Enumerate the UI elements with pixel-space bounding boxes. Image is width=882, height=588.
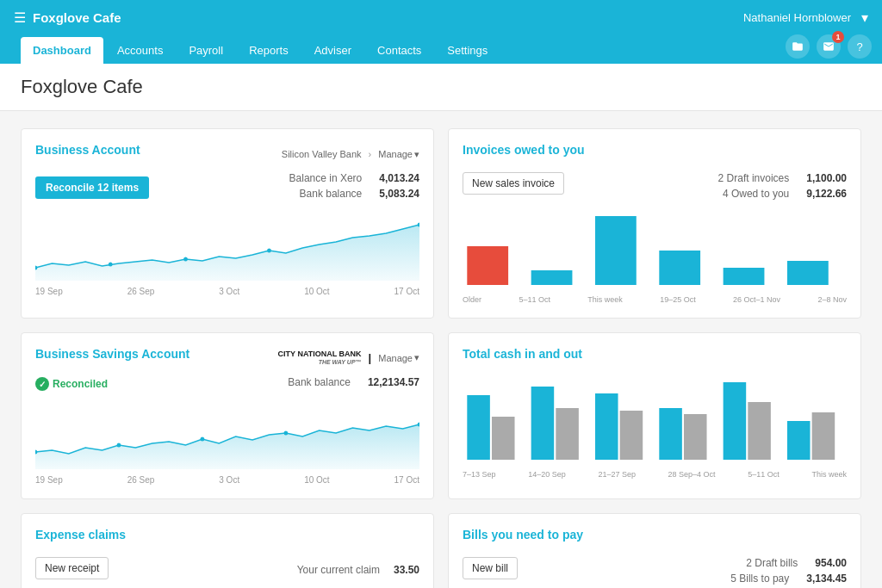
invoices-chart: Older 5–11 Oct This week 19–25 Oct 26 Oc… (463, 212, 847, 304)
cash-label-1: 7–13 Sep (463, 470, 496, 479)
business-account-line-chart (35, 212, 419, 281)
svg-rect-22 (659, 408, 682, 460)
svg-point-12 (117, 443, 121, 448)
chart-label-3: 3 Oct (219, 287, 239, 296)
expense-claims-card: Expense claims New receipt Your current … (21, 513, 434, 588)
new-bill-button[interactable]: New bill (463, 557, 518, 579)
total-cash-card: Total cash in and out (448, 332, 861, 499)
invoices-header: Invoices owed to you (463, 143, 847, 165)
tab-payroll[interactable]: Payroll (177, 37, 235, 64)
tab-contacts[interactable]: Contacts (365, 37, 433, 64)
draft-bills-label: 2 Draft bills (746, 557, 798, 569)
total-cash-chart: 7–13 Sep 14–20 Sep 21–27 Sep 28 Sep–4 Oc… (463, 378, 847, 479)
tab-dashboard[interactable]: Dashboard (21, 37, 103, 64)
cash-label-3: 21–27 Sep (598, 470, 636, 479)
tab-settings[interactable]: Settings (435, 37, 500, 64)
svg-point-13 (200, 437, 204, 442)
top-bar-right: Nathaniel Hornblower ▾ (743, 9, 868, 26)
city-bank-divider: | (369, 351, 372, 364)
cash-label-5: 5–11 Oct (748, 470, 780, 479)
chart-label-4: 10 Oct (304, 287, 329, 296)
savings-title: Business Savings Account (35, 347, 189, 361)
draft-invoices-val: 1,100.00 (806, 172, 847, 184)
total-cash-bar-chart (463, 378, 847, 464)
expense-content: New receipt Your current claim 33.50 (35, 557, 419, 579)
svg-rect-18 (531, 387, 555, 460)
svg-point-2 (183, 257, 188, 262)
draft-bills-row: 2 Draft bills 954.00 (730, 557, 847, 569)
business-account-title: Business Account (35, 143, 140, 157)
expense-claim-row: Your current claim 33.50 (297, 564, 419, 576)
tab-adviser[interactable]: Adviser (302, 37, 363, 64)
balance-bank-row: Bank balance 5,083.24 (289, 188, 419, 200)
user-dropdown-icon[interactable]: ▾ (861, 9, 868, 26)
invoices-stats: 2 Draft invoices 1,100.00 4 Owed to you … (718, 172, 847, 203)
cash-label-4: 28 Sep–4 Oct (668, 470, 716, 479)
new-sales-invoice-button[interactable]: New sales invoice (463, 172, 564, 195)
folder-icon-btn[interactable] (786, 34, 810, 59)
svg-rect-16 (467, 395, 490, 460)
svg-rect-20 (595, 393, 618, 460)
savings-chart-labels: 19 Sep 26 Sep 3 Oct 10 Oct 17 Oct (35, 475, 419, 485)
balance-xero-label: Balance in Xero (289, 172, 363, 184)
owed-to-you-row: 4 Owed to you 9,122.66 (718, 188, 847, 200)
tab-accounts[interactable]: Accounts (105, 37, 175, 64)
total-cash-chart-labels: 7–13 Sep 14–20 Sep 21–27 Sep 28 Sep–4 Oc… (463, 470, 847, 479)
bank-name[interactable]: Silicon Valley Bank (282, 149, 362, 159)
total-cash-title: Total cash in and out (463, 347, 582, 361)
savings-bank-balance-val: 12,2134.57 (368, 376, 419, 388)
app-name: Foxglove Cafe (33, 10, 121, 25)
draft-invoices-label: 2 Draft invoices (718, 172, 790, 184)
bills-header: Bills you need to pay (463, 528, 847, 550)
savings-bank-balance-row: Bank balance 12,2134.57 (288, 376, 419, 388)
tab-reports[interactable]: Reports (237, 37, 301, 64)
cash-label-2: 14–20 Sep (528, 470, 566, 479)
new-receipt-button[interactable]: New receipt (35, 557, 109, 579)
balance-xero-val: 4,013.24 (379, 172, 419, 184)
cash-label-6: This week (811, 470, 847, 479)
sav-label-3: 3 Oct (219, 475, 239, 485)
mail-icon-btn[interactable]: 1 (817, 34, 841, 59)
hamburger-icon[interactable]: ☰ (14, 9, 26, 26)
sav-label-4: 10 Oct (304, 475, 329, 485)
balance-xero-row: Balance in Xero 4,013.24 (289, 172, 419, 184)
sav-label-2: 26 Sep (127, 475, 155, 485)
expense-title: Expense claims (35, 528, 126, 542)
invoices-top: New sales invoice 2 Draft invoices 1,100… (463, 172, 847, 203)
svg-point-1 (109, 263, 113, 267)
invoices-owed-card: Invoices owed to you New sales invoice 2… (448, 128, 861, 319)
top-bar-left: ☰ Foxglove Cafe (14, 9, 121, 26)
business-account-chart-labels: 19 Sep 26 Sep 3 Oct 10 Oct 17 Oct (35, 287, 419, 296)
draft-invoices-row: 2 Draft invoices 1,100.00 (718, 172, 847, 184)
sav-label-1: 19 Sep (35, 475, 63, 485)
manage-btn[interactable]: Manage ▾ (378, 149, 419, 160)
balance-bank-val: 5,083.24 (379, 188, 419, 200)
balance-bank-label: Bank balance (300, 188, 363, 200)
inv-label-6: 2–8 Nov (817, 295, 847, 304)
savings-balance: Bank balance 12,2134.57 (288, 376, 419, 392)
owed-label: 4 Owed to you (723, 188, 789, 200)
svg-rect-9 (724, 268, 765, 285)
business-account-chart: 19 Sep 26 Sep 3 Oct 10 Oct 17 Oct (35, 212, 419, 296)
svg-rect-5 (467, 246, 508, 285)
balance-section: Reconcile 12 items Balance in Xero 4,013… (35, 172, 419, 203)
owed-val: 9,122.66 (806, 188, 847, 200)
bills-to-pay-val: 3,134.45 (806, 573, 847, 585)
svg-rect-25 (748, 402, 771, 460)
help-icon-btn[interactable]: ? (848, 34, 872, 59)
inv-label-2: 5–11 Oct (519, 295, 550, 304)
bills-to-pay-label: 5 Bills to pay (730, 573, 789, 585)
savings-line-chart (35, 400, 419, 469)
chart-label-2: 26 Sep (127, 287, 155, 296)
reconciled-label: Reconciled (53, 378, 108, 390)
svg-rect-8 (659, 251, 700, 285)
svg-rect-24 (724, 382, 747, 460)
savings-manage-btn[interactable]: Manage ▾ (378, 352, 419, 363)
reconcile-button[interactable]: Reconcile 12 items (35, 176, 149, 199)
invoices-title: Invoices owed to you (463, 143, 585, 157)
inv-label-1: Older (463, 295, 481, 304)
current-claim-val: 33.50 (394, 564, 419, 576)
savings-header: Business Savings Account City National B… (35, 347, 419, 369)
expense-header: Expense claims (35, 528, 419, 550)
city-bank-logo: City National Bank The way up™ (278, 350, 362, 366)
